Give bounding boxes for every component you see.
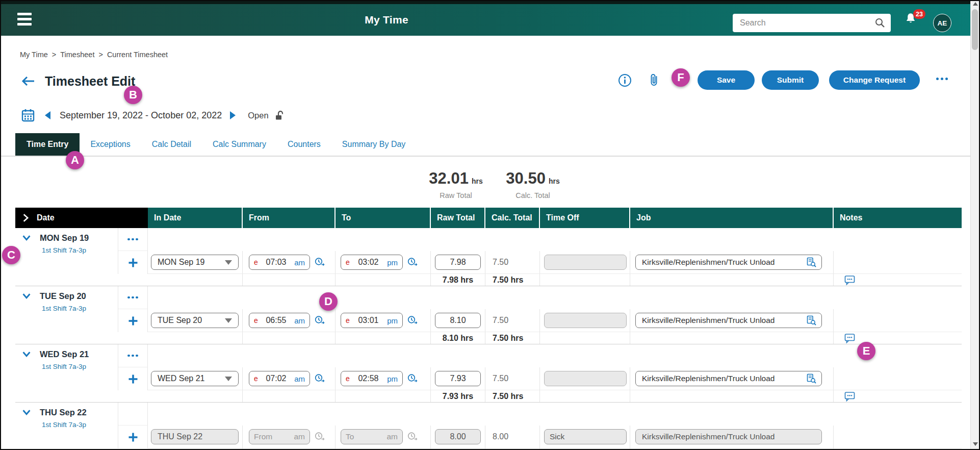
scrollbar-down-arrow-icon[interactable] [973,442,978,446]
row-more-options-icon[interactable] [127,355,138,357]
subtotal-spacer [243,390,336,402]
save-button[interactable]: Save [698,70,755,90]
row-actions-cell [118,403,148,426]
raw-subtotal-cell: 7.98 hrs [431,274,485,286]
from-time-input[interactable]: e07:03am [249,255,310,270]
tab-calc-summary[interactable]: Calc Summary [202,133,277,156]
to-time-input[interactable]: e03:01pm [341,313,403,328]
raw-total-cell: 7.93 [431,367,485,390]
column-header-date[interactable]: Date [15,208,118,228]
add-row-cell [118,309,148,332]
calc-subtotal-cell: 7.50 hrs [485,274,540,286]
search-icon[interactable] [874,17,886,29]
from-cell: e07:02am [243,367,336,390]
breadcrumb-separator: > [98,51,102,59]
period-range: September 19, 2022 - October 02, 2022 [60,110,222,121]
add-row-plus-icon[interactable] [127,432,139,443]
column-header-in-date: In Date [148,208,243,228]
tab-summary-by-day[interactable]: Summary By Day [331,133,416,156]
to-time-input[interactable]: e03:02pm [341,255,403,270]
avatar[interactable]: AE [933,14,951,32]
time-transfer-clock-icon[interactable] [314,315,326,327]
notes-comment-icon[interactable] [844,274,856,286]
time-off-cell [540,309,630,332]
add-row-plus-icon[interactable] [127,315,139,327]
notes-comment-icon[interactable] [844,332,856,344]
calc-total-cell: 7.50 [485,251,540,274]
job-lookup-icon[interactable] [806,315,817,326]
job-input[interactable]: Kirksville/Replenishmen/Truck Unload [635,255,822,270]
row-more-options-icon[interactable] [127,296,138,299]
calc-total-cell: 7.50 [485,367,540,390]
scrollbar-up-arrow-icon[interactable] [973,2,978,6]
day-block-mon-sep-19: MON Sep 19 1st Shift 7a-3p MON Sep 19 e0… [15,228,962,286]
raw-total-input[interactable]: 8.10 [435,313,481,328]
vertical-scrollbar[interactable] [970,1,979,449]
in-date-cell: MON Sep 19 [148,251,243,274]
add-row-cell [118,251,148,274]
time-transfer-clock-icon[interactable] [407,315,419,327]
calc-total-unit: hrs [549,177,560,185]
scrollbar-thumb[interactable] [972,9,978,50]
attachment-paperclip-icon[interactable] [649,73,660,87]
collapse-day-chevron-icon[interactable] [20,348,33,360]
add-row-plus-icon[interactable] [127,373,139,385]
in-date-dropdown[interactable]: MON Sep 19 [151,255,239,270]
notes-comment-icon[interactable] [844,390,856,402]
time-off-input[interactable] [544,371,627,386]
job-input[interactable]: Kirksville/Replenishmen/Truck Unload [635,313,822,328]
from-time-input[interactable]: e06:55am [249,313,310,328]
time-transfer-clock-icon[interactable] [407,373,419,385]
subtotal-spacer [630,390,834,402]
time-off-input-disabled: Sick [544,429,627,444]
time-off-cell [540,251,630,274]
job-lookup-icon[interactable] [806,257,817,268]
in-date-dropdown[interactable]: TUE Sep 20 [151,313,239,328]
day-label: TUE Sep 20 [40,291,86,301]
time-transfer-clock-icon[interactable] [314,373,326,385]
notifications-bell-icon[interactable]: 23 [904,11,927,33]
time-off-input[interactable] [544,313,627,328]
raw-total-input[interactable]: 7.98 [435,255,481,270]
collapse-day-chevron-icon[interactable] [20,232,33,243]
to-time-input[interactable]: e02:58pm [341,371,403,386]
job-lookup-icon[interactable] [806,373,817,384]
submit-button[interactable]: Submit [762,70,819,90]
row-more-options-icon[interactable] [127,238,138,241]
from-cell: Fromam [243,426,336,448]
from-time-input[interactable]: e07:02am [249,371,310,386]
more-options-icon[interactable] [936,78,948,80]
breadcrumb-timesheet[interactable]: Timesheet [60,51,94,59]
search-input[interactable] [740,18,874,28]
calendar-icon[interactable] [21,109,35,122]
shift-link[interactable]: 1st Shift 7a-3p [42,305,86,312]
shift-link[interactable]: 1st Shift 7a-3p [42,246,86,254]
breadcrumb-my-time[interactable]: My Time [20,51,48,59]
next-period-icon[interactable] [230,111,236,119]
change-request-button[interactable]: Change Request [829,70,920,90]
time-transfer-clock-icon[interactable] [314,257,326,268]
notes-subtotal-cell [834,274,962,286]
back-arrow-icon[interactable] [20,76,36,87]
time-transfer-clock-icon[interactable] [407,257,419,268]
notes-cell [834,426,962,448]
tab-exceptions[interactable]: Exceptions [80,133,141,156]
time-off-input[interactable] [544,255,627,270]
info-icon[interactable] [618,73,632,87]
shift-link[interactable]: 1st Shift 7a-3p [42,363,86,370]
in-date-dropdown[interactable]: WED Sep 21 [151,371,239,386]
tab-calc-detail[interactable]: Calc Detail [141,133,202,156]
add-row-plus-icon[interactable] [127,257,139,268]
subtotal-spacer [148,332,243,344]
date-cell: THU Sep 22 1st Shift 7a-3p [15,403,118,448]
dropdown-caret-icon [225,377,232,381]
previous-period-icon[interactable] [45,111,50,119]
job-input[interactable]: Kirksville/Replenishmen/Truck Unload [635,371,822,386]
raw-total-input[interactable]: 7.93 [435,371,481,386]
period-status: Open [248,111,268,120]
tab-counters[interactable]: Counters [277,133,331,156]
shift-link[interactable]: 1st Shift 7a-3p [42,421,86,429]
collapse-day-chevron-icon[interactable] [20,407,33,418]
collapse-day-chevron-icon[interactable] [20,290,33,302]
hamburger-menu-icon[interactable] [17,13,33,27]
